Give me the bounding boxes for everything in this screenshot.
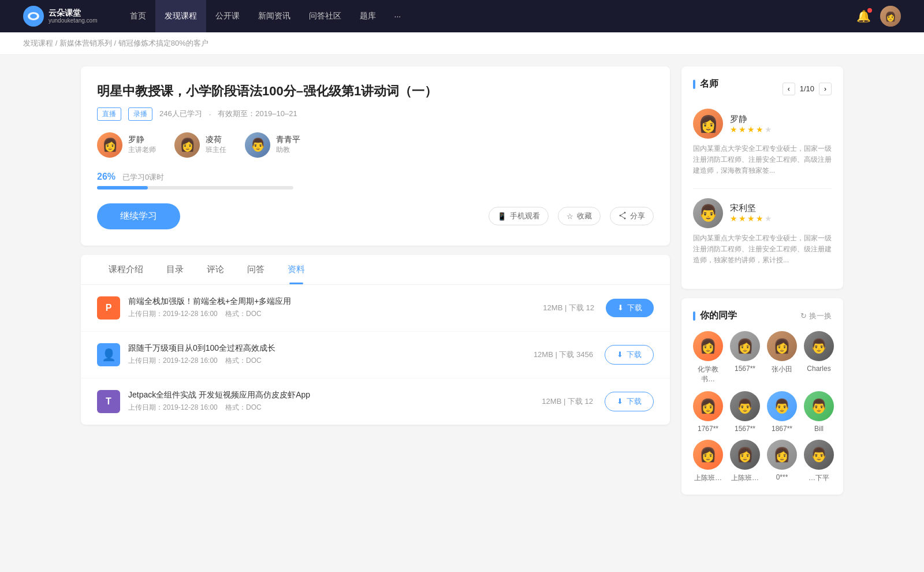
classmate-8[interactable]: 👩 上陈班… bbox=[693, 440, 723, 483]
classmate-6-avatar: 👨 bbox=[767, 391, 797, 421]
sidebar-teacher-1-desc: 国内某重点大学安全工程专业硕士，国家一级注册消防工程师、注册安全工程师、级注册建… bbox=[693, 233, 832, 266]
classmate-0[interactable]: 👩 化学教书… bbox=[693, 331, 723, 384]
download-button-1[interactable]: ⬇ 下载 bbox=[605, 345, 654, 365]
classmates-grid: 👩 化学教书… 👩 1567** 👩 张小田 👨 Charles 👩 bbox=[693, 331, 832, 483]
classmates-title: 你的同学 bbox=[693, 310, 737, 322]
resource-info-2: Jetpack全组件实战 开发短视频应用高仿皮皮虾App 上传日期：2019-1… bbox=[128, 390, 542, 413]
classmate-9[interactable]: 👩 上陈班… bbox=[730, 440, 760, 483]
tabs-card: 课程介绍 目录 评论 问答 资料 P 前端全栈加强版！前端全栈+全周期+多端应用… bbox=[81, 255, 670, 425]
resource-icon-letter-2: T bbox=[106, 396, 111, 407]
resource-name-2: Jetpack全组件实战 开发短视频应用高仿皮皮虾App bbox=[128, 390, 542, 400]
logo[interactable]: 云朵课堂 yundouketang.com bbox=[23, 6, 98, 27]
sidebar-teacher-1-avatar: 👨 bbox=[693, 198, 723, 228]
classmate-11[interactable]: 👨 …下平 bbox=[804, 440, 834, 483]
tab-qa[interactable]: 问答 bbox=[236, 255, 276, 284]
navigation: 云朵课堂 yundouketang.com 首页 发现课程 公开课 新闻资讯 问… bbox=[0, 0, 924, 32]
nav-item-more[interactable]: ··· bbox=[385, 0, 411, 32]
classmate-10[interactable]: 👩 0*** bbox=[767, 440, 797, 483]
classmate-10-name: 0*** bbox=[776, 473, 788, 481]
course-title: 明星中教授课，小学阶段语法100分–强化级第1讲动词（一） bbox=[97, 83, 654, 101]
nav-item-qa[interactable]: 问答社区 bbox=[300, 0, 351, 32]
download-label-0: 下载 bbox=[627, 303, 642, 313]
classmates-refresh-button[interactable]: ↻ 换一换 bbox=[800, 311, 832, 321]
course-header-card: 明星中教授课，小学阶段语法100分–强化级第1讲动词（一） 直播 录播 246人… bbox=[81, 66, 670, 246]
resource-item-0: P 前端全栈加强版！前端全栈+全周期+多端应用 上传日期：2019-12-28 … bbox=[81, 285, 670, 332]
breadcrumb: 发现课程 / 新媒体营销系列 / 销冠修炼术搞定80%的客户 bbox=[0, 32, 924, 55]
classmates-card: 你的同学 ↻ 换一换 👩 化学教书… 👩 1567** 👩 张 bbox=[681, 298, 843, 495]
resource-name-0: 前端全栈加强版！前端全栈+全周期+多端应用 bbox=[128, 296, 543, 307]
course-meta: 直播 录播 246人已学习 · 有效期至：2019–10–21 bbox=[97, 107, 654, 121]
content-area: 明星中教授课，小学阶段语法100分–强化级第1讲动词（一） 直播 录播 246人… bbox=[81, 66, 670, 504]
logo-text: 云朵课堂 yundouketang.com bbox=[49, 8, 98, 25]
tabs-header: 课程介绍 目录 评论 问答 资料 bbox=[81, 255, 670, 285]
sidebar-teacher-0-desc: 国内某重点大学安全工程专业硕士，国家一级注册消防工程师、注册安全工程师、高级注册… bbox=[693, 143, 832, 177]
mobile-view-button[interactable]: 📱 手机观看 bbox=[489, 207, 549, 225]
teacher-divider bbox=[693, 188, 832, 189]
classmate-1-avatar: 👩 bbox=[730, 331, 760, 361]
classmate-5[interactable]: 👨 1567** bbox=[730, 391, 760, 433]
classmate-2-avatar: 👩 bbox=[767, 331, 797, 361]
nav-item-home[interactable]: 首页 bbox=[121, 0, 155, 32]
classmate-9-avatar: 👩 bbox=[730, 440, 760, 470]
nav-item-quiz[interactable]: 题库 bbox=[351, 0, 385, 32]
notification-dot bbox=[867, 8, 872, 13]
progress-bar-fill bbox=[97, 186, 148, 190]
classmate-6[interactable]: 👨 1867** bbox=[767, 391, 797, 433]
breadcrumb-link-series[interactable]: 新媒体营销系列 bbox=[59, 39, 112, 47]
teacher-1: 👩 凌荷 班主任 bbox=[174, 132, 226, 158]
favorite-button[interactable]: ☆ 收藏 bbox=[558, 207, 601, 225]
download-button-2[interactable]: ⬇ 下载 bbox=[605, 392, 654, 411]
classmate-5-name: 1567** bbox=[735, 425, 755, 433]
star-icon: ☆ bbox=[567, 212, 573, 221]
nav-item-public[interactable]: 公开课 bbox=[206, 0, 249, 32]
download-label-2: 下载 bbox=[627, 396, 642, 407]
badge-live: 直播 bbox=[97, 107, 121, 121]
sidebar-teacher-0-avatar: 👩 bbox=[693, 109, 723, 139]
classmate-7[interactable]: 👨 Bill bbox=[804, 391, 834, 433]
logo-icon bbox=[23, 6, 44, 27]
continue-study-button[interactable]: 继续学习 bbox=[97, 203, 180, 229]
classmate-0-name: 化学教书… bbox=[693, 365, 723, 384]
classmate-4[interactable]: 👩 1767** bbox=[693, 391, 723, 433]
teacher-1-avatar: 👩 bbox=[174, 132, 200, 158]
teachers-sidebar-header: 名师 ‹ 1/10 › bbox=[693, 78, 832, 99]
tab-review[interactable]: 评论 bbox=[195, 255, 236, 284]
nav-item-news[interactable]: 新闻资讯 bbox=[249, 0, 300, 32]
teacher-2-name: 青青平 bbox=[276, 135, 300, 145]
classmate-0-avatar: 👩 bbox=[693, 331, 723, 361]
course-valid: · bbox=[209, 110, 211, 118]
user-avatar[interactable]: 👩 bbox=[880, 6, 901, 27]
classmate-8-avatar: 👩 bbox=[693, 440, 723, 470]
download-icon-0: ⬇ bbox=[617, 303, 624, 312]
download-icon-2: ⬇ bbox=[617, 397, 623, 406]
resource-meta-1: 上传日期：2019-12-28 16:00 格式：DOC bbox=[128, 356, 534, 366]
nav-item-courses[interactable]: 发现课程 bbox=[155, 0, 206, 32]
share-label: 分享 bbox=[630, 211, 645, 221]
classmate-3-avatar: 👨 bbox=[804, 331, 834, 361]
tab-resource[interactable]: 资料 bbox=[276, 255, 316, 284]
classmate-2[interactable]: 👩 张小田 bbox=[767, 331, 797, 384]
teacher-2-avatar: 👨 bbox=[245, 132, 270, 158]
download-icon-1: ⬇ bbox=[617, 350, 623, 359]
classmate-3[interactable]: 👨 Charles bbox=[804, 331, 834, 384]
download-button-0[interactable]: ⬇ 下载 bbox=[606, 299, 654, 317]
course-valid-date: 有效期至：2019–10–21 bbox=[218, 109, 297, 119]
progress-study-time: 已学习0课时 bbox=[122, 173, 164, 181]
classmate-9-name: 上陈班… bbox=[731, 473, 759, 483]
resource-stats-0: 12MB | 下载 12 bbox=[543, 303, 594, 313]
classmates-header: 你的同学 ↻ 换一换 bbox=[693, 310, 832, 322]
tab-intro[interactable]: 课程介绍 bbox=[97, 255, 155, 284]
tab-toc[interactable]: 目录 bbox=[155, 255, 195, 284]
badge-record: 录播 bbox=[128, 107, 152, 121]
sidebar: 名师 ‹ 1/10 › 👩 罗静 ★ ★ ★ bbox=[681, 66, 843, 504]
progress-pct: 26% bbox=[97, 172, 116, 181]
teachers-sidebar-card: 名师 ‹ 1/10 › 👩 罗静 ★ ★ ★ bbox=[681, 66, 843, 289]
download-label-1: 下载 bbox=[627, 350, 642, 360]
teachers-prev-button[interactable]: ‹ bbox=[783, 83, 795, 95]
teachers-next-button[interactable]: › bbox=[819, 83, 832, 95]
breadcrumb-link-courses[interactable]: 发现课程 bbox=[23, 39, 53, 47]
classmate-1[interactable]: 👩 1567** bbox=[730, 331, 760, 384]
notification-bell[interactable]: 🔔 bbox=[856, 9, 871, 23]
share-button[interactable]: 分享 bbox=[610, 207, 654, 225]
teacher-1-name: 凌荷 bbox=[206, 135, 226, 145]
